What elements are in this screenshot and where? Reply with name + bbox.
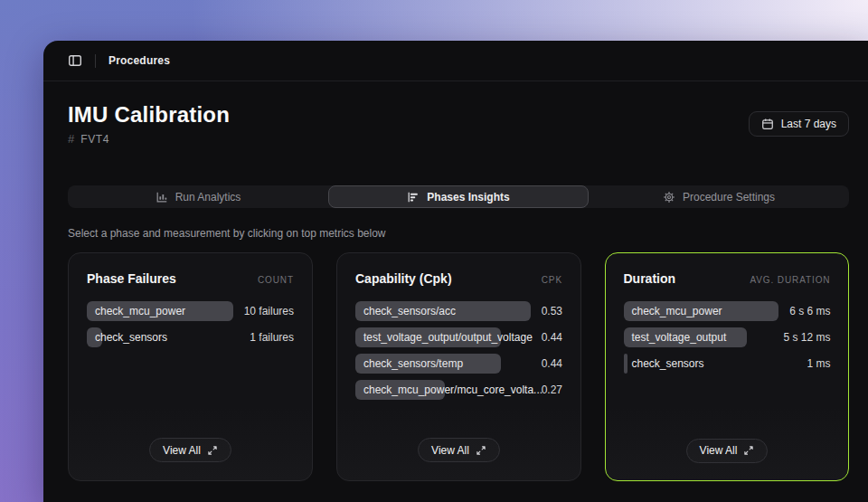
metric-row-check-sensors-acc[interactable]: check_sensors/acc0.53 (355, 301, 562, 321)
view-all-label: View All (431, 444, 469, 457)
metric-row-check-mcu-power[interactable]: check_mcu_power10 failures (87, 301, 294, 321)
tab-label: Phases Insights (427, 191, 509, 204)
view-all-button[interactable]: View All (149, 438, 231, 462)
card-metric-label: COUNT (258, 275, 294, 285)
metric-row-check-sensors[interactable]: check_sensors1 ms (624, 354, 831, 374)
metric-row-check-sensors-temp[interactable]: check_sensors/temp0.44 (355, 354, 562, 374)
metric-row-value: 5 s 12 ms (783, 331, 830, 344)
metric-row-test-voltage-output[interactable]: test_voltage_output5 s 12 ms (624, 327, 831, 347)
tab-bar: Run AnalyticsPhases InsightsProcedure Se… (68, 185, 849, 208)
card-metric-label: CPK (542, 275, 562, 285)
tab-run-analytics[interactable]: Run Analytics (68, 185, 328, 208)
view-all-label: View All (163, 444, 201, 457)
metric-row-label: test_voltage_output (632, 327, 727, 347)
metric-row-label: test_voltage_output/output_voltage (363, 327, 533, 347)
sidebar-toggle-button[interactable] (68, 53, 82, 68)
breadcrumb-divider (95, 54, 96, 68)
metric-row-label: check_sensors (632, 354, 704, 374)
metric-row-label: check_mcu_power (632, 301, 722, 321)
expand-icon (743, 445, 754, 456)
date-range-button[interactable]: Last 7 days (749, 111, 849, 137)
procedure-tag: FVT4 (80, 133, 109, 146)
metric-row-label: check_sensors/acc (363, 301, 456, 321)
view-all-label: View All (700, 444, 738, 457)
card-metric-label: AVG. DURATION (750, 275, 830, 285)
bar-track: check_sensors/temp (355, 354, 531, 374)
hash-icon: # (68, 132, 74, 146)
app-window: Procedures IMU Calibration # FVT4 Last 7… (43, 41, 868, 502)
bar-track: check_mcu_power (87, 301, 233, 321)
metric-bar (624, 354, 627, 374)
metric-row-label: check_mcu_power (95, 301, 185, 321)
bar-track: check_mcu_power/mcu_core_volta... (355, 380, 531, 400)
card-phase-failures: Phase FailuresCOUNTcheck_mcu_power10 fai… (68, 252, 313, 481)
page-title: IMU Calibration (68, 102, 230, 128)
metric-row-value: 0.44 (542, 331, 562, 344)
metric-row-label: check_sensors/temp (363, 354, 463, 374)
metric-row-check-mcu-power[interactable]: check_mcu_power6 s 6 ms (624, 301, 831, 321)
tab-label: Procedure Settings (683, 191, 775, 204)
card-capability-cpk: Capability (Cpk)CPKcheck_sensors/acc0.53… (336, 252, 581, 481)
top-bar: Procedures (43, 41, 868, 81)
tab-label: Run Analytics (175, 191, 241, 204)
date-range-label: Last 7 days (781, 118, 836, 130)
bar-track: check_sensors/acc (355, 301, 531, 321)
tab-procedure-settings[interactable]: Procedure Settings (589, 185, 849, 208)
view-all-button[interactable]: View All (686, 439, 769, 463)
breadcrumb[interactable]: Procedures (108, 54, 170, 67)
metric-row-value: 0.53 (542, 305, 562, 317)
card-title: Capability (Cpk) (355, 271, 452, 286)
metric-row-label: check_sensors (95, 327, 167, 347)
tab-phases-insights[interactable]: Phases Insights (328, 185, 589, 208)
bar-track: check_sensors (87, 327, 239, 347)
metric-row-value: 0.27 (542, 384, 562, 396)
card-duration: DurationAVG. DURATIONcheck_mcu_power6 s … (605, 252, 849, 481)
metric-row-label: check_mcu_power/mcu_core_volta... (363, 380, 542, 400)
bar-track: check_mcu_power (624, 301, 779, 321)
card-title: Phase Failures (87, 271, 176, 286)
expand-icon (476, 445, 486, 456)
bar-track: test_voltage_output/output_voltage (355, 327, 531, 347)
metric-row-test-voltage-output-output-voltage[interactable]: test_voltage_output/output_voltage0.44 (355, 327, 562, 347)
metric-row-check-sensors[interactable]: check_sensors1 failures (87, 327, 294, 347)
page-header: IMU Calibration # FVT4 Last 7 days (43, 81, 868, 146)
chart-bars-horizontal-icon (407, 191, 420, 204)
metric-row-value: 10 failures (244, 305, 294, 317)
expand-icon (207, 445, 218, 456)
metric-row-value: 1 failures (250, 331, 294, 344)
chart-column-icon (156, 191, 168, 204)
calendar-icon (761, 118, 774, 130)
bar-track: check_sensors (624, 354, 797, 374)
view-all-button[interactable]: View All (418, 438, 500, 462)
panel-left-icon (68, 53, 82, 68)
card-title: Duration (624, 271, 676, 286)
metric-row-value: 0.44 (542, 357, 562, 370)
metric-cards: Phase FailuresCOUNTcheck_mcu_power10 fai… (68, 252, 849, 481)
metric-row-value: 1 ms (807, 357, 830, 370)
bar-track: test_voltage_output (624, 327, 773, 347)
gear-icon (663, 191, 675, 204)
metric-row-value: 6 s 6 ms (789, 305, 830, 317)
hint-text: Select a phase and measurement by clicki… (68, 227, 844, 240)
metric-row-check-mcu-power-mcu-core-volta[interactable]: check_mcu_power/mcu_core_volta...0.27 (355, 380, 562, 400)
